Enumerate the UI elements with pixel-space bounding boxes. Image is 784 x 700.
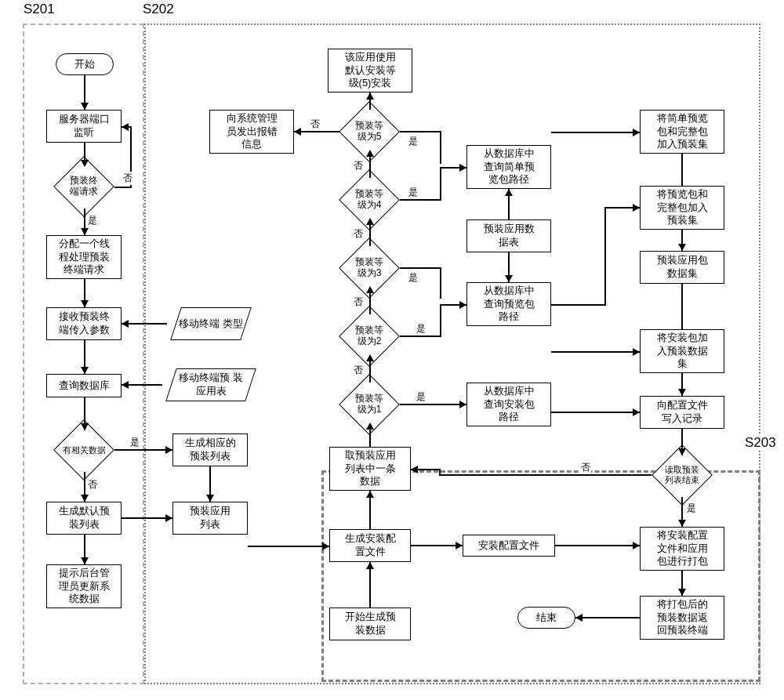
conn	[400, 335, 441, 337]
conn	[400, 131, 441, 132]
data-preinstall-app-table: 移动终端预 装应用表	[171, 368, 251, 401]
arrow-right-icon	[459, 164, 466, 172]
arrow-right-icon	[633, 204, 640, 212]
process-write-config: 向配置文件 写入记录	[640, 396, 724, 429]
conn	[122, 126, 132, 128]
terminator-start: 开始	[56, 53, 114, 75]
arrow-down-icon	[678, 389, 686, 396]
process-query-simple-preview-pkg: 从数据库中 查询简单预 览包路径	[466, 145, 551, 189]
process-report-error: 向系统管理 员发出报错 信息	[209, 110, 294, 154]
arrow-left-icon	[411, 466, 418, 473]
edge-yes: 是	[129, 436, 140, 449]
decision-level4: 预装等 级为4	[339, 178, 400, 222]
process-add-simple-full: 将简单预览 包和完整包 加入预装集	[640, 110, 724, 154]
edge-no: 否	[310, 118, 321, 131]
process-gen-corresponding: 生成相应的 预装列表	[172, 433, 248, 466]
arrow-right-icon	[322, 542, 329, 550]
decision-level5: 预装等 级为5	[339, 110, 400, 154]
arrow-right-icon	[633, 542, 640, 549]
edge-no: 否	[353, 227, 364, 241]
decision-terminal-request-label: 预装终 端请求	[53, 165, 114, 209]
decision-terminal-request: 预装终 端请求	[53, 165, 114, 209]
process-add-preview-full: 将预览包和 完整包加入 预装集	[640, 186, 724, 230]
decision-level3-label: 预装等 级为3	[339, 246, 400, 290]
process-take-one: 取预装应用 列表中一条 数据	[329, 447, 411, 491]
arrow-up-icon	[505, 189, 513, 196]
decision-read-end-label: 读取预装 列表结束	[652, 453, 713, 497]
conn	[440, 304, 441, 337]
process-preinstall-app-list: 预装应用 列表	[172, 502, 248, 535]
conn	[439, 474, 652, 476]
conn	[369, 154, 371, 178]
process-prompt-admin: 提示后台管 理员更新系 统数据	[46, 564, 122, 608]
conn	[575, 617, 640, 618]
arrow-down-icon	[81, 367, 89, 374]
conn	[440, 297, 441, 298]
data-terminal-type: 移动终端 类型	[176, 307, 246, 340]
process-use-default-level5: 该应用使用 默认安装等 级(5)安装	[328, 49, 412, 92]
process-package-files: 将安装配置 文件和应用 包进行打包	[640, 527, 724, 571]
arrow-right-icon	[165, 446, 172, 454]
edge-no: 否	[87, 478, 98, 491]
arrow-down-icon	[81, 300, 89, 307]
conn	[551, 304, 606, 306]
process-return-data: 将打包后的 预装数据返 回预装终端	[640, 596, 724, 640]
conn	[369, 290, 371, 314]
arrow-left-icon	[122, 381, 129, 389]
decision-level2: 预装等 级为2	[339, 314, 400, 358]
conn	[440, 267, 441, 299]
conn	[369, 222, 371, 246]
decision-level5-label: 预装等 级为5	[339, 110, 400, 154]
label-s203: S203	[743, 435, 778, 451]
decision-has-data-label: 有相关数据	[53, 428, 114, 472]
arrow-right-icon	[459, 401, 466, 408]
conn	[440, 131, 441, 164]
arrow-down-icon	[678, 589, 686, 596]
conn	[248, 546, 329, 547]
edge-no: 否	[580, 461, 591, 474]
edge-yes: 是	[416, 390, 426, 404]
arrow-right-icon	[633, 408, 640, 416]
arrow-right-icon	[456, 542, 463, 549]
process-query-preview-pkg: 从数据库中 查询预览包 路径	[466, 282, 551, 326]
conn	[400, 404, 466, 405]
arrow-down-icon	[81, 557, 89, 564]
arrow-up-icon	[366, 491, 374, 498]
edge-yes: 是	[87, 214, 98, 227]
conn	[551, 351, 640, 353]
edge-no: 否	[353, 364, 364, 377]
flowchart-canvas: S201 S202 S203 开始 服务器端口 监听 预装终 端请求 分配一个线…	[0, 0, 784, 700]
decision-level2-label: 预装等 级为2	[339, 314, 400, 358]
edge-no: 否	[353, 159, 364, 172]
process-recv-params: 接收预装终 端传入参数	[46, 307, 122, 340]
arrow-down-icon	[81, 228, 89, 235]
arrow-down-icon	[505, 275, 513, 282]
process-query-db: 查询数据库	[46, 374, 122, 397]
arrow-down-icon	[678, 520, 686, 527]
arrow-down-icon	[206, 495, 214, 502]
edge-no: 否	[122, 172, 133, 185]
edge-no: 否	[353, 296, 364, 309]
label-s201: S201	[22, 2, 56, 17]
arrow-down-icon	[81, 495, 89, 502]
conn	[551, 132, 640, 133]
process-preinstall-app-data-table: 预装应用数 据表	[466, 219, 551, 252]
conn	[681, 284, 683, 329]
process-gen-default-list: 生成默认预 装列表	[46, 502, 122, 535]
decision-level4-label: 预装等 级为4	[339, 178, 400, 222]
terminator-end: 结束	[517, 607, 575, 629]
process-install-config-file: 安装配置文件	[463, 535, 555, 557]
process-preinstall-app-pkg-set: 预装应用包 数据集	[640, 251, 724, 284]
decision-level1: 预装等 级为1	[339, 383, 400, 426]
conn	[369, 358, 371, 383]
decision-has-data: 有相关数据	[53, 428, 114, 472]
decision-level1-label: 预装等 级为1	[339, 383, 400, 426]
conn	[400, 199, 441, 201]
conn	[604, 207, 606, 306]
conn	[555, 545, 640, 546]
edge-yes: 是	[408, 135, 419, 148]
edge-yes: 是	[686, 502, 697, 515]
edge-yes: 是	[408, 271, 419, 285]
arrow-right-icon	[633, 348, 640, 356]
arrow-up-icon	[366, 92, 374, 100]
